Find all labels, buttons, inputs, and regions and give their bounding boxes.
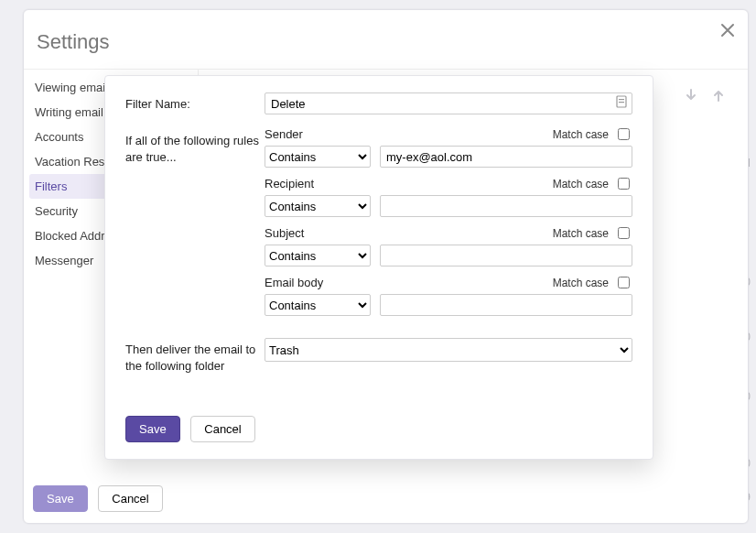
filter-dialog-actions: Save Cancel bbox=[125, 416, 263, 442]
filter-reorder-controls bbox=[684, 88, 726, 107]
deliver-label: Then deliver the email to the following … bbox=[125, 338, 265, 374]
rule-recipient: Recipient Match case Contains bbox=[265, 175, 632, 217]
match-case-label[interactable]: Match case bbox=[553, 274, 632, 291]
match-case-checkbox[interactable] bbox=[618, 128, 630, 140]
filter-edit-dialog: Filter Name: If all of the following rul… bbox=[104, 75, 653, 460]
close-button[interactable] bbox=[713, 16, 742, 45]
rule-value-input[interactable] bbox=[380, 294, 632, 316]
deliver-row: Then deliver the email to the following … bbox=[125, 338, 632, 374]
rule-sender: Sender Match case Contains bbox=[265, 125, 632, 168]
move-down-icon[interactable] bbox=[684, 88, 698, 107]
rule-subject: Subject Match case Contains bbox=[265, 224, 632, 266]
filter-rules-row: If all of the following rules are true..… bbox=[125, 129, 632, 323]
match-case-text: Match case bbox=[553, 277, 609, 289]
rule-value-input[interactable] bbox=[380, 146, 632, 168]
deliver-folder-select[interactable]: Trash bbox=[265, 338, 632, 362]
match-case-text: Match case bbox=[553, 227, 609, 240]
filter-name-input[interactable] bbox=[265, 92, 632, 114]
filter-save-button[interactable]: Save bbox=[125, 416, 180, 442]
match-case-label[interactable]: Match case bbox=[553, 125, 632, 143]
match-case-checkbox[interactable] bbox=[618, 277, 630, 288]
rule-field-label: Subject bbox=[265, 226, 304, 240]
match-case-label[interactable]: Match case bbox=[553, 175, 632, 192]
filter-cancel-button[interactable]: Cancel bbox=[190, 416, 254, 442]
filter-rules-group: Sender Match case Contains Recipient Mat… bbox=[265, 125, 632, 323]
settings-title: Settings bbox=[37, 30, 110, 54]
match-case-text: Match case bbox=[553, 128, 609, 141]
rule-operator-select[interactable]: Contains bbox=[265, 195, 371, 217]
rule-value-input[interactable] bbox=[380, 245, 632, 266]
settings-footer: Save Cancel bbox=[33, 485, 170, 512]
rule-field-label: Sender bbox=[265, 127, 303, 141]
filter-name-row: Filter Name: bbox=[125, 92, 632, 114]
settings-save-button[interactable]: Save bbox=[33, 485, 88, 512]
rule-operator-select[interactable]: Contains bbox=[265, 146, 371, 168]
filter-rules-heading: If all of the following rules are true..… bbox=[125, 129, 265, 165]
rule-email-body: Email body Match case Contains bbox=[265, 274, 632, 316]
rule-field-label: Recipient bbox=[265, 177, 314, 190]
close-icon bbox=[718, 21, 737, 39]
rule-operator-select[interactable]: Contains bbox=[265, 294, 371, 316]
match-case-checkbox[interactable] bbox=[618, 227, 630, 239]
filter-name-label: Filter Name: bbox=[125, 92, 265, 113]
rule-operator-select[interactable]: Contains bbox=[265, 245, 371, 266]
rule-field-label: Email body bbox=[265, 276, 323, 289]
match-case-label[interactable]: Match case bbox=[553, 224, 632, 242]
move-up-icon[interactable] bbox=[711, 88, 726, 107]
rule-value-input[interactable] bbox=[380, 195, 632, 217]
match-case-text: Match case bbox=[553, 178, 609, 190]
match-case-checkbox[interactable] bbox=[618, 178, 630, 190]
settings-header: Settings bbox=[24, 10, 748, 70]
settings-cancel-button[interactable]: Cancel bbox=[98, 485, 162, 512]
